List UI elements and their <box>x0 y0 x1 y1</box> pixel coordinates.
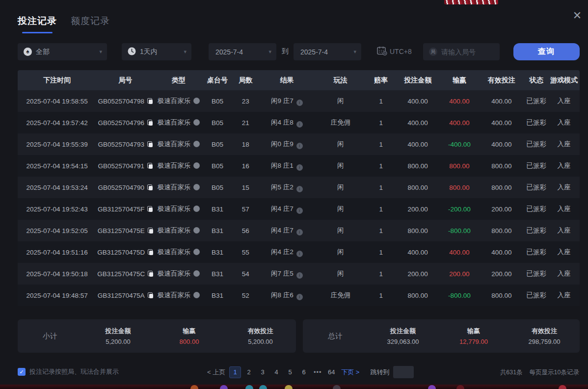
cell-round-id: GB0525704793 <box>96 133 154 155</box>
prev-page-button[interactable]: < 上页 <box>205 368 227 377</box>
tab-bet-records-label: 投注记录 <box>18 16 57 26</box>
result-info-icon[interactable]: i <box>296 251 303 257</box>
cell-valid-bet: 800.00 <box>479 177 525 198</box>
page-button-4[interactable]: 4 <box>270 366 282 378</box>
date-from-select[interactable]: 2025-7-4 ▾ <box>209 43 276 60</box>
cell-game-type: 极速百家乐 <box>154 220 203 241</box>
game-info-icon[interactable] <box>193 98 200 104</box>
cell-odds: 1 <box>367 241 395 263</box>
copy-icon[interactable] <box>147 141 153 147</box>
close-icon[interactable]: ✕ <box>570 9 584 23</box>
summary-section: 小计 投注金额 5,200.00 输赢 800.00 有效投注 5,200.00… <box>18 319 580 353</box>
cell-text: 闲 <box>337 248 344 256</box>
total-label: 总计 <box>303 332 368 341</box>
cell-text: 1 <box>379 227 383 234</box>
copy-icon[interactable] <box>147 98 153 104</box>
query-button[interactable]: 查询 <box>513 43 580 60</box>
cell-result: 闲4 庄8i <box>259 112 314 133</box>
cell-text: GB312570475C <box>97 270 145 278</box>
header-round-id: 局号 <box>96 70 154 90</box>
cell-game-count: 55 <box>232 241 259 263</box>
cell-bet-amount: 800.00 <box>395 177 440 198</box>
cell-text: B05 <box>212 162 223 170</box>
result-info-icon[interactable]: i <box>296 229 303 235</box>
page-button-6[interactable]: 6 <box>298 366 310 378</box>
table-row: 2025-07-04 19:51:16GB312570475D极速百家乐B315… <box>18 241 580 263</box>
result-info-icon[interactable]: i <box>296 164 303 171</box>
cell-text: 52 <box>242 292 249 299</box>
game-info-icon[interactable] <box>193 249 200 255</box>
cell-game-mode: 入座 <box>548 285 580 306</box>
page-button-2[interactable]: 2 <box>243 366 255 378</box>
game-type-select[interactable]: ♠ 全部 ▾ <box>18 43 107 60</box>
cell-text: 1 <box>379 249 383 256</box>
result-info-icon[interactable]: i <box>296 143 303 149</box>
game-info-icon[interactable] <box>193 119 200 126</box>
cell-status: 已派彩 <box>525 155 548 177</box>
timezone-indicator: UTC+8 <box>377 46 412 57</box>
cell-odds: 1 <box>367 263 395 285</box>
jump-to-label: 跳转到 <box>370 368 389 377</box>
page-button-64[interactable]: 64 <box>325 366 337 378</box>
cell-text: B31 <box>212 249 223 256</box>
tab-quota-records[interactable]: 额度记录 <box>71 15 110 27</box>
cell-bet-time: 2025-07-04 19:54:15 <box>18 155 96 177</box>
merge-checkbox[interactable]: ✓ <box>18 368 26 376</box>
cell-win-loss: -800.00 <box>440 220 479 241</box>
result-info-icon[interactable]: i <box>296 294 303 300</box>
cell-text: 闲 <box>337 270 344 277</box>
next-page-button[interactable]: 下页 > <box>339 368 361 377</box>
time-range-select[interactable]: 1天内 ▾ <box>122 43 191 60</box>
result-info-icon[interactable]: i <box>296 186 303 192</box>
cell-round-id: GB312570475D <box>96 241 154 263</box>
result-info-icon[interactable]: i <box>296 121 303 128</box>
calendar-icon <box>377 46 387 57</box>
cell-odds: 1 <box>367 285 395 306</box>
page-button-3[interactable]: 3 <box>257 366 268 378</box>
cell-bet-time: 2025-07-04 19:48:57 <box>18 285 96 306</box>
game-info-icon[interactable] <box>193 184 200 190</box>
jump-to-input[interactable] <box>393 366 414 378</box>
cell-win-loss: 800.00 <box>440 177 479 198</box>
cell-game-mode: 入座 <box>548 198 580 220</box>
cell-status: 已派彩 <box>525 112 548 133</box>
cell-text: 已派彩 <box>527 291 547 299</box>
cell-status: 已派彩 <box>525 133 548 155</box>
copy-icon[interactable] <box>147 120 153 126</box>
copy-icon[interactable] <box>147 163 153 169</box>
cell-odds: 1 <box>367 177 395 198</box>
cell-round-id: GB0525704790 <box>96 177 154 198</box>
tab-bar: 投注记录 额度记录 <box>18 15 110 33</box>
copy-icon[interactable] <box>147 184 153 190</box>
game-info-icon[interactable] <box>193 141 200 147</box>
game-info-icon[interactable] <box>193 206 200 212</box>
cell-text: 200.00 <box>491 270 511 278</box>
copy-icon[interactable] <box>148 228 153 233</box>
cell-game-mode: 入座 <box>548 177 580 198</box>
copy-icon[interactable] <box>148 271 153 277</box>
page-button-1[interactable]: 1 <box>229 366 241 378</box>
game-info-icon[interactable] <box>193 227 200 233</box>
copy-icon[interactable] <box>148 292 153 298</box>
round-search-input[interactable] <box>441 48 490 56</box>
cell-text: 入座 <box>557 119 570 126</box>
game-info-icon[interactable] <box>193 162 200 169</box>
result-info-icon[interactable]: i <box>296 100 303 106</box>
result-info-icon[interactable]: i <box>296 272 303 279</box>
result-info-icon[interactable]: i <box>296 207 303 214</box>
cell-text: 57 <box>242 206 249 213</box>
copy-icon[interactable] <box>148 249 153 255</box>
game-info-icon[interactable] <box>193 270 200 277</box>
copy-icon[interactable] <box>147 206 153 212</box>
page-button-5[interactable]: 5 <box>284 366 296 378</box>
cell-round-id: GB312570475A <box>96 285 154 306</box>
game-info-icon[interactable] <box>193 292 200 298</box>
table-row: 2025-07-04 19:50:18GB312570475C极速百家乐B315… <box>18 263 580 285</box>
date-to-select[interactable]: 2025-7-4 ▾ <box>294 43 361 60</box>
pagination-ellipsis[interactable]: ••• <box>312 366 323 378</box>
cell-game-count: 23 <box>232 90 259 112</box>
tab-bet-records[interactable]: 投注记录 <box>18 15 57 33</box>
cell-bet-time: 2025-07-04 19:51:16 <box>18 241 96 263</box>
cell-game-type: 极速百家乐 <box>154 241 203 263</box>
cell-text: 23 <box>242 98 249 105</box>
